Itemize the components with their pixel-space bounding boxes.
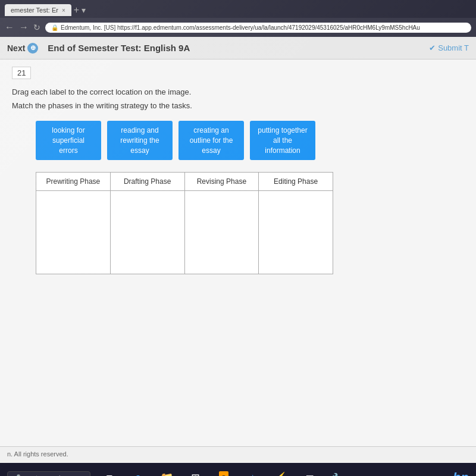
drop-zone-revising[interactable] xyxy=(184,191,259,274)
taskbar-amazon-icon[interactable]: a xyxy=(214,468,233,476)
drag-label-3-text: creating an outline for the essay xyxy=(190,126,233,155)
page-title: End of Semester Test: English 9A xyxy=(48,43,429,53)
address-bar: ← → ↻ 🔒 Edmentum, Inc. [US] https://f1.a… xyxy=(0,18,476,37)
submit-check-icon: ✔ xyxy=(429,43,436,52)
match-text: Match the phases in the writing strategy… xyxy=(12,101,464,110)
tab-close-button[interactable]: × xyxy=(62,7,65,14)
search-mic-icon: 🎤 xyxy=(12,474,21,477)
forward-button[interactable]: → xyxy=(19,22,29,33)
drag-label-2-text: reading and rewriting the essay xyxy=(120,126,159,155)
taskbar-folder-icon[interactable]: 📁 xyxy=(157,468,176,476)
nav-bar: Next ⊕ End of Semester Test: English 9A … xyxy=(0,37,476,60)
next-icon: ⊕ xyxy=(27,43,38,54)
submit-button[interactable]: ✔ Submit T xyxy=(429,43,469,52)
labels-area: looking for superficial errors reading a… xyxy=(36,121,464,160)
main-content: 21 Drag each label to the correct locati… xyxy=(0,60,476,446)
tab-dropdown-button[interactable]: ▾ xyxy=(82,5,86,15)
tab-label: emester Test: Er xyxy=(11,7,58,14)
table-wrapper: Prewriting Phase Drafting Phase Revising… xyxy=(36,172,464,274)
drop-zone-drafting[interactable] xyxy=(110,191,184,274)
col-editing: Editing Phase xyxy=(259,173,333,191)
new-tab-button[interactable]: + xyxy=(74,5,79,15)
col-prewriting: Prewriting Phase xyxy=(36,173,111,191)
taskbar-task-view[interactable]: ⊞ xyxy=(100,468,119,476)
question-number: 21 xyxy=(12,67,31,79)
drag-label-1-text: looking for superficial errors xyxy=(52,126,84,155)
drag-label-1[interactable]: looking for superficial errors xyxy=(36,121,101,160)
taskbar-store-icon[interactable]: ⊞ xyxy=(186,468,205,476)
taskbar-power-icon[interactable]: ⚡ xyxy=(271,468,290,476)
drop-zone-editing[interactable] xyxy=(259,191,333,274)
submit-label: Submit T xyxy=(438,43,469,52)
lock-icon: 🔒 xyxy=(51,24,58,31)
next-label: Next xyxy=(7,43,25,53)
table-header-row: Prewriting Phase Drafting Phase Revising… xyxy=(36,173,333,191)
col-drafting: Drafting Phase xyxy=(110,173,184,191)
url-input[interactable]: 🔒 Edmentum, Inc. [US] https://f1.app.edm… xyxy=(45,23,471,33)
phase-table: Prewriting Phase Drafting Phase Revising… xyxy=(36,172,333,274)
copyright-text: n. All rights reserved. xyxy=(7,450,68,458)
taskbar-dropbox-icon[interactable]: ✦ xyxy=(243,468,262,476)
drag-label-3[interactable]: creating an outline for the essay xyxy=(178,121,244,160)
tab-bar: emester Test: Er × + ▾ xyxy=(0,0,476,18)
footer: n. All rights reserved. xyxy=(0,446,476,463)
url-text: Edmentum, Inc. [US] https://f1.app.edmen… xyxy=(61,24,420,31)
table-row xyxy=(36,191,333,274)
taskbar-edge-icon[interactable]: e xyxy=(129,468,148,476)
taskbar: 🎤 ere to search ⊞ e 📁 ⊞ a ✦ ⚡ ✉ 🔧 xyxy=(0,463,476,476)
refresh-button[interactable]: ↻ xyxy=(33,23,40,32)
next-button[interactable]: Next ⊕ xyxy=(7,43,38,54)
drop-zone-prewriting[interactable] xyxy=(36,191,111,274)
browser-chrome: emester Test: Er × + ▾ ← → ↻ 🔒 Edmentum,… xyxy=(0,0,476,37)
hp-logo: hp xyxy=(453,470,469,476)
taskbar-settings-icon[interactable]: 🔧 xyxy=(328,468,347,476)
drag-label-2[interactable]: reading and rewriting the essay xyxy=(107,121,173,160)
taskbar-search[interactable]: 🎤 ere to search xyxy=(7,471,90,477)
drag-label-4[interactable]: putting together all the information xyxy=(250,121,315,160)
instruction-text: Drag each label to the correct location … xyxy=(12,87,464,96)
taskbar-mail-icon[interactable]: ✉ xyxy=(300,468,319,476)
drag-label-4-text: putting together all the information xyxy=(258,126,307,155)
active-tab[interactable]: emester Test: Er × xyxy=(5,4,71,16)
back-button[interactable]: ← xyxy=(5,22,14,33)
col-revising: Revising Phase xyxy=(184,173,259,191)
